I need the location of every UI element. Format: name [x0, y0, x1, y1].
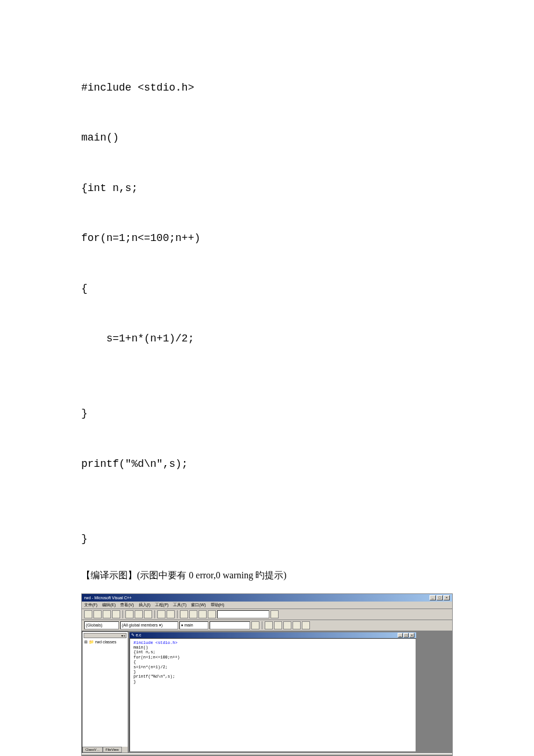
toolbar-separator: [177, 610, 178, 618]
editor-line: #include <stdio.h>: [134, 640, 412, 645]
menu-edit[interactable]: 编辑(E): [102, 603, 116, 607]
editor-line: {: [134, 660, 412, 664]
code-line: s=1+n*(n+1)/2;: [81, 326, 453, 351]
editor-window: ✎ e.c _ □ × #include <stdio.h> main() {i…: [129, 632, 416, 752]
workspace-area: ▾× ⊞ 📁 rwd classes ClassV… FileView ✎ e.…: [82, 631, 452, 753]
ide-window: rwd - Microsoft Visual C++ _ □ × 文件(F) 编…: [81, 593, 453, 756]
menu-insert[interactable]: 插入(I): [139, 603, 151, 607]
action-icon[interactable]: [251, 621, 259, 629]
menu-file[interactable]: 文件(F): [84, 603, 98, 607]
open-file-icon[interactable]: [93, 610, 102, 618]
stop-icon[interactable]: [199, 610, 207, 618]
classview-panel: ▾× ⊞ 📁 rwd classes ClassV… FileView: [82, 631, 128, 753]
find-icon[interactable]: [270, 610, 279, 618]
editor-line: main(): [134, 645, 412, 650]
editor-line: for(n=1;n<=100;n++): [134, 655, 412, 660]
classview-header[interactable]: ▾×: [84, 633, 127, 638]
menu-window[interactable]: 窗口(W): [191, 603, 205, 607]
code-line: #include <stdio.h>: [81, 75, 453, 100]
menu-bar: 文件(F) 编辑(E) 查看(V) 插入(I) 工程(P) 工具(T) 窗口(W…: [82, 602, 452, 609]
config-dropdown[interactable]: [210, 621, 250, 629]
editor-line: }: [134, 679, 412, 684]
paste-icon[interactable]: [144, 610, 152, 618]
new-file-icon[interactable]: [84, 610, 92, 618]
find-combo[interactable]: [217, 610, 269, 618]
window-title: rwd - Microsoft Visual C++: [84, 596, 132, 600]
editor-line: {int n,s;: [134, 650, 412, 654]
editor-line: printf("%d\n",s);: [134, 674, 412, 679]
save-icon[interactable]: [103, 610, 111, 618]
breakpoint-icon[interactable]: [274, 621, 282, 629]
code-line: for(n=1;n<=100;n++): [81, 226, 453, 251]
minimize-button[interactable]: _: [430, 595, 436, 600]
toolbar-separator: [154, 610, 155, 618]
code-line: {int n,s;: [81, 176, 453, 201]
editor-minimize-button[interactable]: _: [398, 633, 403, 638]
members-dropdown[interactable]: (All global members ▾): [120, 621, 178, 629]
step-icon[interactable]: [283, 621, 291, 629]
scope-dropdown[interactable]: (Globals): [84, 621, 119, 629]
go-icon[interactable]: [265, 621, 273, 629]
editor-line: s=1+n*(n+1)/2;: [134, 665, 412, 669]
code-editor[interactable]: #include <stdio.h> main() {int n,s; for(…: [129, 638, 416, 752]
copy-icon[interactable]: [135, 610, 143, 618]
editor-maximize-button[interactable]: □: [403, 633, 409, 638]
menu-view[interactable]: 查看(V): [120, 603, 134, 607]
standard-toolbar: [82, 609, 452, 620]
undo-icon[interactable]: [157, 610, 165, 618]
window-controls: _ □ ×: [430, 595, 450, 600]
window-titlebar: rwd - Microsoft Visual C++ _ □ ×: [82, 594, 452, 602]
build-icon[interactable]: [180, 610, 188, 618]
source-code-listing: #include <stdio.h> main() {int n,s; for(…: [81, 75, 453, 552]
mdi-area: ✎ e.c _ □ × #include <stdio.h> main() {i…: [128, 631, 452, 753]
maximize-button[interactable]: □: [436, 595, 443, 600]
execute-icon[interactable]: [208, 610, 216, 618]
code-line: main(): [81, 125, 453, 150]
close-button[interactable]: ×: [443, 595, 450, 600]
code-line: {: [81, 276, 453, 301]
editor-line: }: [134, 669, 412, 674]
toolbar-separator: [262, 621, 262, 629]
code-line: printf("%d\n",s);: [81, 452, 453, 477]
function-dropdown[interactable]: ♦ main: [179, 621, 208, 629]
code-line: }: [81, 401, 453, 426]
classview-root-item[interactable]: ⊞ 📁 rwd classes: [84, 639, 127, 645]
menu-help[interactable]: 帮助(H): [211, 603, 225, 607]
classview-tabs: ClassV… FileView: [82, 747, 128, 753]
menu-tools[interactable]: 工具(T): [173, 603, 186, 607]
compile-icon[interactable]: [189, 610, 197, 618]
cut-icon[interactable]: [125, 610, 134, 618]
tab-classview[interactable]: ClassV…: [82, 747, 103, 753]
save-all-icon[interactable]: [112, 610, 120, 618]
toolbar-separator: [122, 610, 123, 618]
editor-close-button[interactable]: ×: [409, 633, 414, 638]
tab-fileview[interactable]: FileView: [103, 747, 122, 753]
editor-file-title: ✎ e.c: [131, 633, 141, 638]
editor-titlebar: ✎ e.c _ □ ×: [129, 632, 416, 638]
code-line: }: [81, 527, 453, 552]
redo-icon[interactable]: [167, 610, 175, 618]
editor-window-controls: _ □ ×: [398, 633, 414, 638]
stop-debug-icon[interactable]: [302, 621, 310, 629]
wizard-toolbar: (Globals) (All global members ▾) ♦ main: [82, 620, 452, 631]
compile-section-label: 【编译示图】(示图中要有 0 error,0 warning 旳提示): [81, 570, 453, 582]
step-over-icon[interactable]: [293, 621, 301, 629]
menu-project[interactable]: 工程(P): [155, 603, 168, 607]
